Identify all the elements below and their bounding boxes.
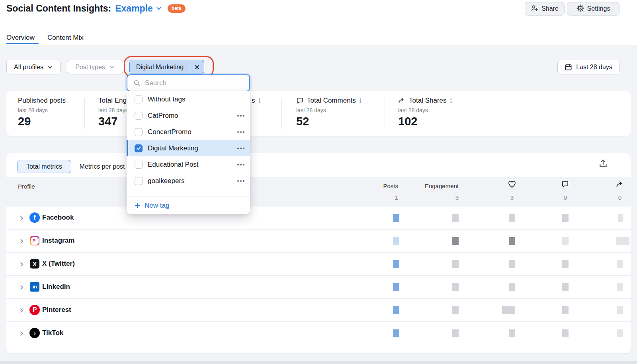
linkedin-icon: in [29,281,40,292]
info-icon[interactable]: i [259,97,261,104]
metric-value: 102 [398,115,417,128]
export-icon[interactable] [598,158,609,169]
more-options-icon[interactable] [237,180,244,182]
chevron-down-icon [47,64,53,70]
expand-chevron-icon[interactable] [19,261,24,267]
profile-row-facebook[interactable]: fFacebook [6,206,631,229]
unchecked-checkbox[interactable] [135,161,143,169]
tab-bar: Overview Content Mix [0,32,637,45]
profile-row-x[interactable]: XX (Twitter) [6,252,631,275]
post-types-filter-dropdown[interactable]: Post types [67,60,123,74]
more-options-icon[interactable] [237,131,244,133]
checked-checkbox[interactable] [135,144,143,152]
tab-overview[interactable]: Overview [6,34,35,42]
metric-label: Published posts [18,97,66,105]
redacted-metric-block [393,329,399,337]
unchecked-checkbox[interactable] [135,177,143,185]
active-tab-indicator [6,43,39,44]
tag-option-label: goalkeepers [148,177,185,185]
redacted-metric-block [393,283,399,291]
expand-chevron-icon[interactable] [19,308,24,313]
redacted-metric-block [452,237,459,245]
metric-value: 347 [98,115,117,128]
redacted-metric-block [616,237,629,245]
redacted-metric-block [509,214,515,222]
profile-name: LinkedIn [42,283,70,291]
unchecked-checkbox[interactable] [135,112,143,120]
engagement-column-header: Engagement [425,183,459,189]
info-icon[interactable]: i [360,97,361,104]
metric-period: last 28 days [398,107,428,113]
new-tag-label: New tag [145,202,169,210]
redacted-metric-block [452,283,459,291]
remove-tag-filter-icon[interactable] [190,60,204,74]
metric-value: 29 [18,115,31,128]
profile-name: TikTok [42,329,63,337]
tag-option-label: ConcertPromo [148,128,191,136]
settings-button[interactable]: Settings [567,2,619,16]
comment-icon [296,97,303,104]
profiles-filter-label: All profiles [14,64,43,71]
profile-row-linkedin[interactable]: inLinkedIn [6,275,631,298]
metrics-per-post-toggle[interactable]: Metrics per post [70,160,134,173]
redacted-metric-block [617,283,623,291]
profile-row-instagram[interactable]: Instagram [6,229,631,252]
add-person-icon [531,4,538,14]
expand-chevron-icon[interactable] [19,238,24,243]
metric-label: Total Shares [409,97,447,105]
redacted-metric-block [509,237,515,245]
expand-chevron-icon[interactable] [19,331,24,336]
selected-tag-chip[interactable]: Digital Marketing [129,60,204,74]
tag-option-digital-marketing[interactable]: Digital Marketing [127,140,250,156]
redacted-metric-block [509,283,515,291]
new-tag-button[interactable]: New tag [127,197,250,214]
card-divider [385,98,385,129]
tag-option-catpromo[interactable]: CatPromo [127,107,250,124]
tag-option-label: CatPromo [148,112,178,120]
metric-period: last 28 days [98,107,128,113]
redacted-metric-block [562,329,569,337]
redacted-metric-block [562,237,569,245]
redacted-metric-block [562,283,569,291]
share-button-label: Share [541,5,559,12]
project-name[interactable]: Example [115,3,153,14]
share-button[interactable]: Share [525,2,565,16]
redacted-metric-block [509,329,515,337]
profiles-filter-dropdown[interactable]: All profiles [6,60,61,74]
profile-name: Pinterest [42,306,71,314]
tag-option-educational-post[interactable]: Educational Post [127,156,250,173]
expand-chevron-icon[interactable] [19,284,24,290]
more-options-icon[interactable] [237,148,244,149]
unchecked-checkbox[interactable] [135,128,143,136]
more-options-icon[interactable] [237,164,244,165]
redacted-metric-block [618,214,623,222]
tag-option-goalkeepers[interactable]: goalkeepers [127,173,250,189]
calendar-icon [565,63,572,71]
info-icon[interactable]: i [450,97,452,104]
expand-chevron-icon[interactable] [19,215,24,220]
redacted-metric-block [617,329,623,337]
total-metrics-toggle[interactable]: Total metrics [17,160,71,173]
profile-name: X (Twitter) [42,260,75,268]
unchecked-checkbox[interactable] [135,95,143,103]
profile-row-pinterest[interactable]: PPinterest [6,298,631,321]
chevron-down-icon [109,64,115,70]
project-selector[interactable]: Example [115,3,162,14]
heart-icon [508,181,516,189]
profile-row-tiktok[interactable]: ♪TikTok [6,321,631,345]
tab-content-mix[interactable]: Content Mix [47,34,84,42]
metric-label: Total Comments [307,97,356,105]
redacted-metric-block [452,306,459,314]
summary-metrics-band: Published posts last 28 days 29 Total En… [6,91,631,136]
page-title: Social Content Insights: [6,3,111,14]
tag-option-without-tags[interactable]: Without tags [127,91,250,107]
date-range-button[interactable]: Last 28 days [557,60,619,74]
more-options-icon[interactable] [237,115,244,117]
tag-search-input[interactable] [145,79,244,87]
tag-search-box[interactable] [127,74,250,91]
profile-name: Instagram [42,237,74,245]
table-header: Profile Posts Engagement 1 3 3 0 0 [6,177,631,206]
tag-option-concertpromo[interactable]: ConcertPromo [127,124,250,140]
tag-list-panel: Without tagsCatPromoConcertPromoDigital … [127,91,250,214]
engagement-total: 3 [455,194,459,201]
